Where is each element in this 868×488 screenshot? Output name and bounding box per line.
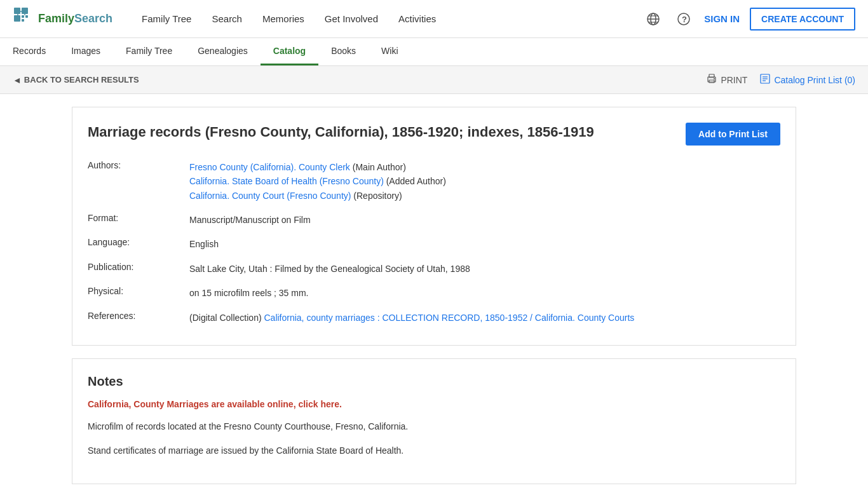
- notes-paragraph-1: Microfilm of records located at the Fres…: [88, 419, 780, 433]
- nav-family-tree[interactable]: Family Tree: [132, 0, 201, 38]
- logo-text: FamilySearch: [38, 12, 112, 25]
- globe-icon[interactable]: [643, 9, 663, 29]
- logo-area[interactable]: FamilySearch: [13, 6, 112, 32]
- author-2-link[interactable]: California. State Board of Health (Fresn…: [189, 176, 384, 186]
- breadcrumb-right: PRINT Catalog Print List (0): [707, 74, 855, 86]
- nav-get-involved[interactable]: Get Involved: [315, 0, 388, 38]
- familysearch-logo-icon: [13, 6, 38, 32]
- format-row: Format: Manuscript/Manuscript on Film: [88, 208, 780, 232]
- author-3-link[interactable]: California. County Court (Fresno County): [189, 191, 351, 201]
- notes-highlight-link[interactable]: California, County Marriages are availab…: [88, 399, 780, 409]
- nav-right-area: ? SIGN IN CREATE ACCOUNT: [643, 8, 855, 30]
- print-label: PRINT: [721, 75, 747, 85]
- main-content: Marriage records (Fresno County, Califor…: [59, 94, 809, 488]
- language-row: Language: English: [88, 232, 780, 256]
- author-3-role: (Repository): [353, 191, 402, 201]
- record-detail-table: Authors: Fresno County (California). Cou…: [88, 155, 780, 330]
- publication-row: Publication: Salt Lake City, Utah : Film…: [88, 257, 780, 281]
- svg-rect-0: [14, 8, 20, 14]
- author-3: California. County Court (Fresno County)…: [189, 189, 780, 203]
- svg-rect-5: [22, 19, 24, 22]
- back-chevron-icon: ◄: [13, 75, 22, 85]
- subnav-catalog[interactable]: Catalog: [261, 38, 318, 65]
- physical-label: Physical:: [88, 281, 189, 305]
- author-1-role: (Main Author): [353, 162, 406, 172]
- author-1-link[interactable]: Fresno County (California). County Clerk: [189, 162, 350, 172]
- catalog-print-label: Catalog Print List (0): [774, 75, 855, 85]
- publication-label: Publication:: [88, 257, 189, 281]
- subnav-records[interactable]: Records: [0, 38, 58, 65]
- author-2: California. State Board of Health (Fresn…: [189, 174, 780, 188]
- references-value: (Digital Collection) California, county …: [189, 306, 780, 330]
- print-link[interactable]: PRINT: [707, 74, 747, 86]
- references-label: References:: [88, 306, 189, 330]
- nav-activities[interactable]: Activities: [388, 0, 446, 38]
- breadcrumb-bar: ◄ BACK TO SEARCH RESULTS PRINT: [0, 66, 868, 94]
- svg-rect-2: [14, 15, 20, 22]
- sign-in-button[interactable]: SIGN IN: [704, 13, 740, 24]
- notes-section: Notes California, County Marriages are a…: [72, 358, 796, 484]
- add-to-print-button[interactable]: Add to Print List: [686, 123, 780, 146]
- authors-value: Fresno County (California). County Clerk…: [189, 155, 780, 208]
- physical-row: Physical: on 15 microfilm reels ; 35 mm.: [88, 281, 780, 305]
- record-title: Marriage records (Fresno County, Califor…: [88, 123, 596, 142]
- subnav-books[interactable]: Books: [318, 38, 369, 65]
- format-value: Manuscript/Manuscript on Film: [189, 208, 780, 232]
- physical-value: on 15 microfilm reels ; 35 mm.: [189, 281, 780, 305]
- nav-search[interactable]: Search: [201, 0, 252, 38]
- back-label: BACK TO SEARCH RESULTS: [24, 75, 139, 85]
- author-1: Fresno County (California). County Clerk…: [189, 160, 780, 174]
- back-to-search-link[interactable]: ◄ BACK TO SEARCH RESULTS: [13, 75, 139, 85]
- svg-point-19: [714, 78, 715, 79]
- svg-rect-4: [25, 15, 28, 18]
- subnav-genealogies[interactable]: Genealogies: [185, 38, 261, 65]
- authors-label: Authors:: [88, 155, 189, 208]
- language-label: Language:: [88, 232, 189, 256]
- format-label: Format:: [88, 208, 189, 232]
- printer-icon: [707, 74, 717, 86]
- subnav-wiki[interactable]: Wiki: [369, 38, 410, 65]
- create-account-button[interactable]: CREATE ACCOUNT: [750, 8, 855, 30]
- list-icon: [760, 74, 770, 86]
- language-value: English: [189, 232, 780, 256]
- references-link[interactable]: California, county marriages : COLLECTIO…: [264, 313, 634, 323]
- references-prefix: (Digital Collection): [189, 313, 264, 323]
- subnav-family-tree[interactable]: Family Tree: [113, 38, 185, 65]
- publication-value: Salt Lake City, Utah : Filmed by the Gen…: [189, 257, 780, 281]
- svg-rect-1: [22, 8, 28, 14]
- nav-memories[interactable]: Memories: [252, 0, 315, 38]
- subnav-images[interactable]: Images: [58, 38, 113, 65]
- top-navigation: FamilySearch Family Tree Search Memories…: [0, 0, 868, 38]
- help-icon[interactable]: ?: [674, 9, 694, 29]
- notes-title: Notes: [88, 374, 780, 389]
- notes-paragraph-2: Stand certificates of marriage are issue…: [88, 444, 780, 458]
- svg-text:?: ?: [682, 14, 687, 24]
- catalog-print-list-link[interactable]: Catalog Print List (0): [760, 74, 855, 86]
- record-card: Marriage records (Fresno County, Califor…: [72, 107, 796, 346]
- references-row: References: (Digital Collection) Califor…: [88, 306, 780, 330]
- author-2-role: (Added Author): [386, 176, 446, 186]
- sub-navigation: Records Images Family Tree Genealogies C…: [0, 38, 868, 66]
- main-navigation: Family Tree Search Memories Get Involved…: [132, 0, 643, 38]
- authors-row: Authors: Fresno County (California). Cou…: [88, 155, 780, 208]
- svg-rect-3: [22, 15, 24, 18]
